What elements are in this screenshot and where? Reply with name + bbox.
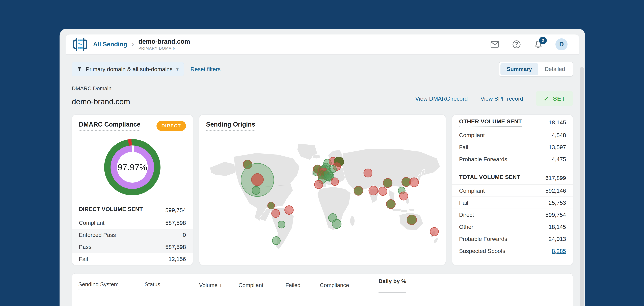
origin-dot[interactable]: [400, 192, 408, 200]
origin-dot[interactable]: [364, 169, 372, 177]
origin-dot[interactable]: [354, 186, 363, 195]
table-body: HubSpotDIRECT547,406543,9163,49099.36%: [72, 297, 573, 306]
view-toggle: Summary Detailed: [499, 62, 573, 77]
stat-value: 592,146: [546, 187, 566, 194]
stat-row: OTHER VOLUME SENT18,145: [452, 116, 573, 129]
stat-value: 0: [183, 232, 186, 238]
origin-dot[interactable]: [278, 221, 285, 228]
set-status-label: SET: [553, 95, 565, 102]
help-icon[interactable]: [512, 40, 521, 49]
stat-label: Fail: [79, 256, 88, 262]
origin-dot[interactable]: [410, 178, 418, 187]
window-scrollbar[interactable]: [580, 67, 584, 306]
origin-dot[interactable]: [314, 180, 323, 189]
sending-origins-card: Sending Origins: [199, 115, 446, 265]
filter-funnel-icon: [77, 66, 82, 72]
stat-value: 25,753: [548, 199, 566, 206]
mail-icon[interactable]: [490, 40, 500, 49]
origin-dot[interactable]: [268, 202, 275, 209]
view-dmarc-record-link[interactable]: View DMARC record: [415, 95, 468, 102]
donut-center-value: 97.97%: [117, 152, 148, 183]
user-avatar[interactable]: D: [556, 38, 568, 50]
col-volume[interactable]: Volume↓: [199, 282, 238, 289]
origin-dot[interactable]: [252, 186, 260, 194]
origin-dot[interactable]: [369, 186, 378, 195]
direct-badge: DIRECT: [156, 121, 186, 131]
col-daily-by-pct: Daily by %: [361, 278, 573, 293]
col-sending-system[interactable]: Sending System: [78, 281, 144, 290]
stat-value: 587,598: [165, 220, 186, 226]
origin-dot[interactable]: [386, 199, 395, 209]
chevron-down-icon: ▾: [176, 66, 178, 72]
table-header-row: Sending System Status Volume↓ Compliant …: [72, 274, 573, 297]
notifications-bell-icon[interactable]: 2: [534, 40, 543, 49]
page-title: demo-brand.com: [138, 38, 190, 45]
stat-label: Enforced Pass: [79, 232, 116, 238]
main-content: Primary domain & all sub-domains ▾ Reset…: [60, 62, 585, 306]
volume-summary-card: OTHER VOLUME SENT18,145Compliant4,548Fai…: [452, 115, 573, 265]
origin-dot[interactable]: [284, 206, 293, 214]
stat-row: Compliant592,146: [452, 184, 573, 196]
compliance-card-title: DMARC Compliance: [79, 121, 140, 131]
stat-label: Pass: [79, 244, 92, 250]
brand-logo-icon: [73, 37, 88, 52]
origin-dot[interactable]: [383, 178, 392, 188]
compliance-stats-table: DIRECT VOLUME SENT599,754Compliant587,59…: [72, 204, 193, 265]
origin-dot[interactable]: [332, 219, 341, 228]
breadcrumb-all-sending[interactable]: All Sending: [93, 41, 127, 48]
stat-value: 4,475: [552, 156, 566, 162]
dmarc-domain-value: demo-brand.com: [72, 97, 130, 106]
stat-value: 24,013: [548, 236, 566, 242]
filter-label: Primary domain & all sub-domains: [86, 66, 172, 72]
stat-row: Other18,145: [452, 221, 573, 233]
stat-value-link[interactable]: 8,285: [552, 248, 566, 254]
notification-count-badge: 2: [539, 37, 547, 44]
reset-filters-link[interactable]: Reset filters: [190, 66, 221, 72]
app-window: All Sending › demo-brand.com PRIMARY DOM…: [60, 29, 585, 306]
origin-dot[interactable]: [378, 187, 387, 195]
origin-dot[interactable]: [272, 237, 280, 245]
stat-label: Direct: [459, 212, 474, 218]
filter-bar: Primary domain & all sub-domains ▾ Reset…: [72, 62, 573, 77]
page-subtitle: PRIMARY DOMAIN: [138, 46, 190, 51]
table-row: HubSpotDIRECT547,406543,9163,49099.36%: [72, 297, 573, 306]
stat-label: Probable Forwards: [459, 236, 507, 242]
origin-dot[interactable]: [430, 227, 438, 236]
domain-filter-dropdown[interactable]: Primary domain & all sub-domains ▾: [72, 62, 184, 76]
stat-row: DIRECT VOLUME SENT599,754: [72, 204, 193, 217]
check-icon: ✓: [544, 95, 549, 102]
stat-row: TOTAL VOLUME SENT617,899: [452, 171, 573, 184]
breadcrumb-domain: demo-brand.com PRIMARY DOMAIN: [138, 38, 190, 51]
tab-detailed[interactable]: Detailed: [538, 63, 572, 75]
stat-label: Probable Forwards: [459, 156, 507, 162]
stat-value: 599,754: [546, 212, 566, 218]
domain-section: DMARC Domain demo-brand.com View DMARC r…: [72, 85, 573, 106]
origin-dot[interactable]: [272, 209, 280, 217]
stat-value: 599,754: [165, 207, 186, 213]
col-compliance[interactable]: Compliance: [320, 282, 361, 289]
stat-label: TOTAL VOLUME SENT: [459, 174, 520, 182]
stat-value: 13,597: [548, 144, 566, 151]
stat-row: Direct599,754: [452, 209, 573, 221]
view-spf-record-link[interactable]: View SPF record: [480, 95, 523, 102]
set-status-button[interactable]: ✓ SET: [536, 91, 573, 106]
origin-dot[interactable]: [407, 215, 416, 225]
stat-label: DIRECT VOLUME SENT: [79, 206, 143, 214]
col-status[interactable]: Status: [144, 281, 199, 290]
sort-desc-icon: ↓: [219, 282, 222, 288]
stat-value: 617,899: [546, 175, 566, 181]
stat-row: Fail12,156: [72, 253, 193, 265]
col-failed[interactable]: Failed: [286, 282, 320, 289]
col-compliant[interactable]: Compliant: [238, 282, 286, 289]
dmarc-domain-label: DMARC Domain: [72, 85, 111, 94]
stat-value: 18,145: [548, 119, 566, 126]
origin-dot[interactable]: [252, 173, 264, 186]
stat-value: 12,156: [168, 256, 186, 262]
stat-label: Compliant: [459, 187, 485, 194]
stat-label: Fail: [459, 199, 468, 206]
origin-dot[interactable]: [331, 178, 338, 185]
tab-summary[interactable]: Summary: [500, 63, 538, 75]
group-gap: [452, 165, 573, 171]
stat-row: Compliant4,548: [452, 129, 573, 141]
stat-value: 4,548: [552, 132, 566, 139]
